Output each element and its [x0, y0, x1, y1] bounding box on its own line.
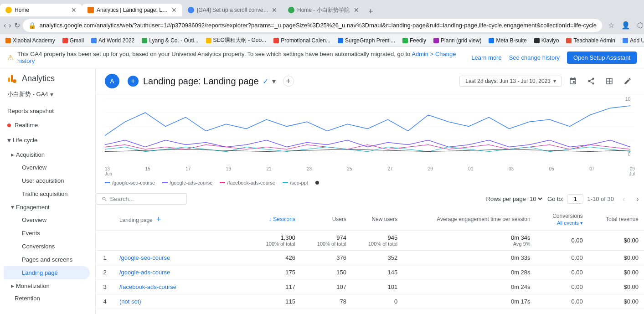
reload-button[interactable]: ↻ [14, 19, 20, 32]
row-conversions-cell: 0.00 [536, 294, 588, 309]
row-engagement-cell: 0m 28s [403, 265, 536, 279]
open-setup-assistant-button[interactable]: Open Setup Assistant [567, 51, 637, 64]
tab-xiaobai[interactable]: Home - 小白新势学院 ✕ [283, 4, 365, 16]
notification-text: This GA4 property has been set up for yo… [17, 51, 468, 64]
sidebar-item-conversions[interactable]: Conversions [4, 240, 90, 253]
bookmark-klaviyo[interactable]: Klaviyo [532, 36, 561, 45]
bookmarks-bar: Xiaobai Academy Gmail Ad World 2022 Lyan… [0, 34, 644, 47]
bookmark-plann[interactable]: Plann (grid view) [432, 36, 483, 45]
month-labels: Jun Jul [96, 171, 644, 176]
bookmark-xiaobai-academy[interactable]: Xiaobai Academy [4, 36, 57, 45]
extensions-icon[interactable]: ⬡ [634, 19, 644, 32]
compare-icon-button[interactable] [602, 74, 617, 88]
row-page-cell[interactable]: (not set) [114, 294, 250, 309]
sidebar-item-landing-page[interactable]: Landing page [4, 266, 90, 279]
tab-close-xiaobai[interactable]: ✕ [354, 6, 359, 14]
verified-icon: ✓ [263, 77, 268, 86]
rows-per-page-select[interactable]: 10 25 50 [528, 195, 544, 203]
th-new-users[interactable]: New users [352, 209, 403, 230]
date-range-selector[interactable]: Last 28 days: Jun 13 - Jul 10, 2023 ▾ [459, 76, 562, 87]
add-dimension-button[interactable]: + [154, 215, 163, 224]
th-avg-engagement[interactable]: Average engagement time per session [403, 209, 536, 230]
learn-more-link[interactable]: Learn more [471, 54, 501, 61]
conversions-label: Conversions [22, 243, 55, 250]
table-row: 3 /facebook-ads-course 117 107 101 0m 24… [96, 279, 644, 294]
legend-facebook-ads[interactable]: /facebook-ads-course [220, 180, 275, 185]
legend-other[interactable] [315, 181, 319, 185]
add-comparison-button[interactable]: + [128, 76, 139, 87]
toolbar-icons: ☆ 👤 ⬡ Update ⋮ [605, 19, 644, 32]
back-button[interactable]: ‹ [4, 19, 6, 32]
admin-change-history-link[interactable]: Admin > Change history [17, 51, 456, 64]
property-selector[interactable]: 小白新势 - GA4 ▾ [0, 88, 95, 104]
th-sessions[interactable]: ↓Sessions [250, 209, 301, 230]
tab-close-ga4setup[interactable]: ✕ [272, 6, 277, 14]
tab-close-ga[interactable]: ✕ [171, 6, 177, 14]
acquisition-header[interactable]: ▸ Acquisition [4, 148, 95, 161]
bookmark-icon[interactable]: ☆ [605, 19, 618, 32]
search-input[interactable] [110, 196, 181, 202]
sidebar-item-traffic-acquisition[interactable]: Traffic acquisition [4, 187, 90, 201]
bookmark-addusers[interactable]: Add Users [621, 36, 644, 45]
tab-favicon-home [5, 7, 12, 13]
address-bar[interactable]: 🔒 analytics.google.com/analytics/web/?au… [23, 19, 602, 32]
user-section-header[interactable]: ▾ User [0, 308, 95, 314]
conversions-header-group: Conversions All events ▾ [541, 213, 583, 226]
see-change-history-link[interactable]: See change history [509, 54, 560, 61]
tab-close-home[interactable]: ✕ [71, 6, 77, 14]
next-page-button[interactable]: › [631, 193, 644, 206]
calendar-icon-button[interactable] [566, 74, 580, 88]
bookmark-seo[interactable]: SEO课程大纲 - Goo... [204, 36, 268, 45]
row-page-cell[interactable]: /seo-ppt [114, 309, 250, 314]
sidebar-item-overview-acq[interactable]: Overview [4, 161, 90, 174]
monetization-header[interactable]: ▸ Monetization [4, 279, 95, 292]
bookmark-feedly[interactable]: Feedly [401, 36, 428, 45]
legend-google-ads[interactable]: /google-ads-course [162, 180, 212, 185]
row-page-cell[interactable]: /google-seo-course [114, 250, 250, 265]
row-page-cell[interactable]: /facebook-ads-course [114, 279, 250, 294]
edit-icon-button[interactable] [620, 74, 635, 88]
row-page-cell[interactable]: /google-ads-course [114, 265, 250, 279]
bookmark-gmail[interactable]: Gmail [61, 36, 86, 45]
sidebar-item-user-acquisition[interactable]: User acquisition [4, 174, 90, 187]
prev-page-button[interactable]: ‹ [618, 193, 630, 206]
report-title-dropdown-icon[interactable]: ▾ [272, 77, 276, 86]
sidebar-item-overview-eng[interactable]: Overview [4, 213, 90, 226]
engagement-header[interactable]: ▾ Engagement [4, 201, 95, 213]
bookmark-promo[interactable]: Promotional Calen... [272, 36, 332, 45]
share-icon-button[interactable] [584, 74, 598, 88]
goto-page-input[interactable] [567, 194, 583, 204]
sidebar-header[interactable]: Analytics [0, 68, 95, 88]
bookmark-surge[interactable]: SurgeGraph Premi... [336, 36, 397, 45]
sidebar-item-pages-screens[interactable]: Pages and screens [4, 253, 90, 266]
th-conversions[interactable]: Conversions All events ▾ [536, 209, 588, 230]
tab-ga4setup[interactable]: [GA4] Set up a scroll convers... ✕ [182, 4, 283, 16]
sidebar-item-events[interactable]: Events [4, 226, 90, 240]
tab-home[interactable]: Home ✕ [0, 4, 82, 16]
profile-icon[interactable]: 👤 [619, 19, 632, 32]
search-box[interactable] [96, 193, 187, 205]
lock-icon: 🔒 [28, 22, 36, 29]
bookmark-meta[interactable]: Meta B-suite [487, 36, 528, 45]
totals-rank-cell [96, 230, 114, 251]
lifecycle-section-header[interactable]: ▾ Life cycle [0, 132, 95, 148]
bookmark-adworld[interactable]: Ad World 2022 [89, 36, 136, 45]
forward-button[interactable]: › [9, 19, 11, 32]
ga-app: Analytics 小白新势 - GA4 ▾ Reports snapshot … [0, 68, 644, 314]
legend-google-seo[interactable]: /google-seo-course [105, 180, 155, 185]
traffic-acquisition-label: Traffic acquisition [22, 190, 67, 197]
sidebar-item-realtime[interactable]: Realtime [0, 118, 90, 132]
sidebar-item-reports-snapshot[interactable]: Reports snapshot [0, 104, 90, 118]
add-metric-button[interactable]: + [283, 76, 294, 87]
th-total-revenue[interactable]: Total revenue [588, 209, 644, 230]
new-tab-button[interactable]: + [365, 7, 377, 16]
th-users[interactable]: Users [301, 209, 352, 230]
tab-ga[interactable]: Analytics | Landing page: Land... ✕ [82, 4, 182, 16]
bookmark-teachable[interactable]: Teachable Admin [564, 36, 617, 45]
bookmark-lyang[interactable]: Lyang & Co. - Outl... [140, 36, 200, 45]
all-events-filter-button[interactable]: All events ▾ [557, 220, 583, 226]
th-rank [96, 209, 114, 230]
th-landing-page[interactable]: Landing page + [114, 209, 250, 230]
retention-header[interactable]: Retention [4, 292, 95, 304]
legend-seo-ppt[interactable]: /seo-ppt [283, 180, 308, 185]
